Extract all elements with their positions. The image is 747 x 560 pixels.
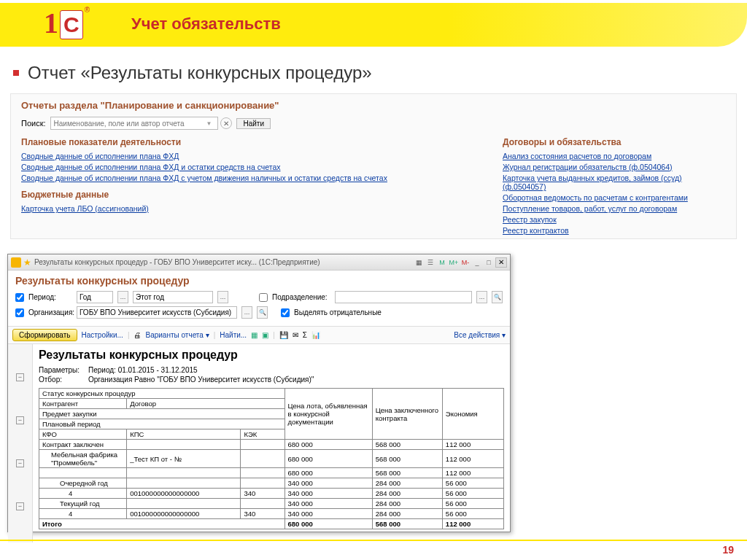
link-list-budget: Карточка учета ЛБО (ассигнований) bbox=[21, 204, 503, 213]
bullet-icon bbox=[13, 70, 19, 76]
minimize-button[interactable]: _ bbox=[472, 257, 482, 268]
page-number: 19 bbox=[722, 544, 734, 556]
th-contractor: Контрагент bbox=[39, 399, 127, 409]
find-link[interactable]: Найти... bbox=[220, 331, 247, 339]
reports-panel-title: Отчеты раздела "Планирование и санкциони… bbox=[21, 100, 726, 111]
section-planned-indicators: Плановые показатели деятельности bbox=[21, 137, 503, 147]
collapse-node[interactable]: − bbox=[16, 459, 24, 467]
search-input[interactable] bbox=[50, 117, 218, 130]
toolbar-icon[interactable]: M bbox=[437, 257, 447, 268]
toolbar-icon[interactable]: ☰ bbox=[425, 257, 436, 268]
cell: 56 000 bbox=[442, 499, 503, 509]
dropdown-icon[interactable]: ▼ bbox=[206, 120, 212, 127]
chart-icon[interactable]: 📊 bbox=[311, 331, 320, 339]
org-label: Организация: bbox=[28, 308, 72, 316]
report-parameters: Результаты конкурсных процедур Период: …… bbox=[8, 271, 510, 327]
toolbar-icon[interactable]: M+ bbox=[449, 257, 459, 268]
th-contract: Договор bbox=[127, 399, 285, 409]
expand-icon[interactable]: ▦ bbox=[251, 331, 258, 339]
cell bbox=[127, 440, 241, 450]
clear-search-button[interactable]: ✕ bbox=[220, 117, 232, 129]
report-link[interactable]: Карточка учета ЛБО (ассигнований) bbox=[21, 204, 503, 213]
cell bbox=[127, 478, 241, 489]
subdivision-label: Подразделение: bbox=[272, 293, 330, 301]
cell: 56 000 bbox=[442, 489, 503, 499]
link-list-planned: Сводные данные об исполнении плана ФХД С… bbox=[21, 152, 503, 182]
toolbar-icon[interactable]: M- bbox=[460, 257, 471, 268]
report-link[interactable]: Оборотная ведомость по расчетам с контра… bbox=[503, 193, 726, 202]
subheading-row: Отчет «Результаты конкурсных процедур» bbox=[0, 51, 747, 93]
table-row[interactable]: Мебельная фабрика "Проммебель"_Тест КП о… bbox=[39, 450, 504, 468]
subdivision-checkbox[interactable] bbox=[259, 293, 268, 302]
period-type-picker[interactable]: … bbox=[117, 291, 128, 303]
settings-link[interactable]: Настройки... bbox=[82, 331, 123, 339]
highlight-neg-label: Выделять отрицательные bbox=[294, 308, 382, 316]
params-label: Параметры: bbox=[39, 366, 88, 374]
collapse-node[interactable]: − bbox=[16, 502, 24, 510]
period-value-picker[interactable]: … bbox=[217, 291, 228, 303]
th-kps: КПС bbox=[127, 429, 241, 440]
report-link[interactable]: Анализ состояния расчетов по договорам bbox=[503, 152, 726, 160]
report-link[interactable]: Реестр закупок bbox=[503, 215, 726, 224]
cell bbox=[241, 499, 285, 509]
subdivision-picker[interactable]: … bbox=[476, 291, 487, 303]
find-button[interactable]: Найти bbox=[236, 118, 271, 129]
report-link[interactable]: Поступление товаров, работ, услуг по дог… bbox=[503, 204, 726, 213]
all-actions-link[interactable]: Все действия ▾ bbox=[454, 331, 506, 339]
org-checkbox[interactable] bbox=[15, 308, 24, 317]
table-row[interactable]: 4001000000000000000340340 000284 00056 0… bbox=[39, 509, 504, 519]
report-link[interactable]: Журнал регистрации обязательств (ф.05040… bbox=[503, 163, 726, 171]
report-variants-link[interactable]: Варианты отчета ▾ bbox=[145, 331, 209, 339]
table-row[interactable]: Текущий год340 000284 00056 000 bbox=[39, 499, 504, 509]
table-row[interactable]: 680 000568 000112 000 bbox=[39, 468, 504, 478]
report-link[interactable]: Реестр контрактов bbox=[503, 226, 726, 235]
collapse-node[interactable]: − bbox=[16, 373, 24, 381]
cell bbox=[241, 450, 285, 468]
sum-icon[interactable]: Σ bbox=[303, 331, 307, 339]
form-report-button[interactable]: Сформировать bbox=[12, 329, 77, 341]
cell: 4 bbox=[39, 509, 127, 519]
maximize-button[interactable]: □ bbox=[484, 257, 494, 268]
cell bbox=[241, 468, 285, 478]
subdivision-search-icon[interactable]: 🔍 bbox=[492, 291, 503, 303]
cell bbox=[127, 499, 241, 509]
th-lot-price: Цена лота, объявленная в конкурсной доку… bbox=[285, 389, 372, 440]
section-contracts: Договоры и обязательства bbox=[503, 137, 726, 147]
close-button[interactable]: ✕ bbox=[495, 257, 507, 268]
slide-header: 1C® Учет обязательств bbox=[0, 0, 747, 51]
highlighted-report-box: Результаты конкурсных процедур bbox=[503, 238, 636, 239]
table-row[interactable]: Очередной год340 000284 00056 000 bbox=[39, 478, 504, 489]
cell: 001000000000000000 bbox=[127, 489, 241, 499]
period-checkbox[interactable] bbox=[15, 293, 24, 302]
period-type-input[interactable] bbox=[77, 291, 113, 303]
report-content[interactable]: Результаты конкурсных процедур Параметры… bbox=[33, 344, 510, 542]
save-icon[interactable]: 💾 bbox=[279, 331, 288, 339]
subdivision-input[interactable] bbox=[335, 291, 472, 303]
org-search-icon[interactable]: 🔍 bbox=[257, 306, 268, 319]
org-picker[interactable]: … bbox=[241, 306, 252, 319]
period-value-input[interactable] bbox=[133, 291, 213, 303]
window-titlebar[interactable]: ★ Результаты конкурсных процедур - ГОБУ … bbox=[8, 254, 510, 271]
report-link[interactable]: Сводные данные об исполнении плана ФХД и… bbox=[21, 163, 503, 171]
toolbar-icon[interactable]: ▦ bbox=[414, 257, 424, 268]
mail-icon[interactable]: ✉ bbox=[293, 331, 298, 339]
report-link[interactable]: Сводные данные об исполнении плана ФХД bbox=[21, 152, 503, 160]
params-value: Период: 01.01.2015 - 31.12.2015 bbox=[88, 366, 198, 374]
print-icon[interactable]: 🖨 bbox=[133, 331, 141, 339]
report-link[interactable]: Карточка учета выданных кредитов, займов… bbox=[503, 174, 726, 191]
report-link[interactable]: Сводные данные об исполнении плана ФХД с… bbox=[21, 174, 503, 182]
cell: 112 000 bbox=[442, 440, 503, 450]
cell: 340 000 bbox=[285, 509, 372, 519]
cell: 56 000 bbox=[442, 509, 503, 519]
link-list-contracts: Анализ состояния расчетов по договорам Ж… bbox=[503, 152, 726, 239]
subheading: Отчет «Результаты конкурсных процедур» bbox=[28, 63, 372, 83]
table-row[interactable]: Контракт заключен680 000568 000112 000 bbox=[39, 440, 504, 450]
highlight-neg-checkbox[interactable] bbox=[281, 308, 290, 317]
collapse-node[interactable]: − bbox=[16, 416, 24, 424]
collapse-icon[interactable]: ▣ bbox=[262, 331, 268, 339]
org-input[interactable] bbox=[77, 306, 237, 319]
cell: 340 bbox=[241, 509, 285, 519]
favorite-icon[interactable]: ★ bbox=[23, 257, 31, 268]
th-kfo: КФО bbox=[39, 429, 127, 440]
table-row[interactable]: 4001000000000000000340340 000284 00056 0… bbox=[39, 489, 504, 499]
